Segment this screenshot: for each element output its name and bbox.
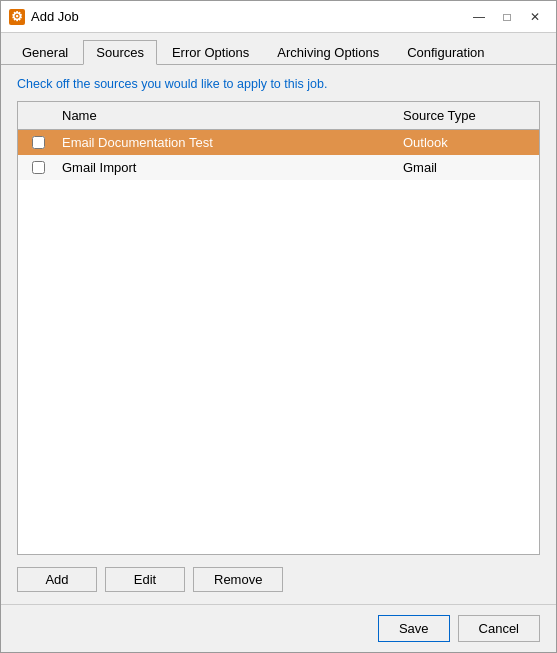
tab-general[interactable]: General: [9, 40, 81, 65]
save-button[interactable]: Save: [378, 615, 450, 642]
tab-sources[interactable]: Sources: [83, 40, 157, 65]
add-button[interactable]: Add: [17, 567, 97, 592]
cancel-button[interactable]: Cancel: [458, 615, 540, 642]
edit-button[interactable]: Edit: [105, 567, 185, 592]
button-bar: Add Edit Remove: [17, 567, 540, 592]
window-title: Add Job: [31, 9, 466, 24]
remove-button[interactable]: Remove: [193, 567, 283, 592]
row-name-2: Gmail Import: [58, 158, 399, 177]
row-source-type-1: Outlook: [399, 133, 539, 152]
header-checkbox-col: [18, 106, 58, 125]
row-source-type-2: Gmail: [399, 158, 539, 177]
tab-configuration[interactable]: Configuration: [394, 40, 497, 65]
tab-archiving-options[interactable]: Archiving Options: [264, 40, 392, 65]
minimize-button[interactable]: —: [466, 6, 492, 28]
window-icon: ⚙: [9, 9, 25, 25]
row-name-1: Email Documentation Test: [58, 133, 399, 152]
row-checkbox-1[interactable]: [32, 136, 45, 149]
tab-error-options[interactable]: Error Options: [159, 40, 262, 65]
instruction-text: Check off the sources you would like to …: [17, 77, 540, 91]
header-name-col: Name: [58, 106, 399, 125]
close-button[interactable]: ✕: [522, 6, 548, 28]
table-row[interactable]: Email Documentation Test Outlook: [18, 130, 539, 155]
row-checkbox-cell: [18, 136, 58, 149]
table-row[interactable]: Gmail Import Gmail: [18, 155, 539, 180]
sources-table: Name Source Type Email Documentation Tes…: [17, 101, 540, 555]
table-body: Email Documentation Test Outlook Gmail I…: [18, 130, 539, 554]
header-source-type-col: Source Type: [399, 106, 539, 125]
row-checkbox-cell: [18, 161, 58, 174]
add-job-window: ⚙ Add Job — □ ✕ General Sources Error Op…: [0, 0, 557, 653]
tab-content: Check off the sources you would like to …: [1, 65, 556, 604]
window-controls: — □ ✕: [466, 6, 548, 28]
footer: Save Cancel: [1, 604, 556, 652]
tab-bar: General Sources Error Options Archiving …: [1, 33, 556, 65]
maximize-button[interactable]: □: [494, 6, 520, 28]
row-checkbox-2[interactable]: [32, 161, 45, 174]
title-bar: ⚙ Add Job — □ ✕: [1, 1, 556, 33]
table-header: Name Source Type: [18, 102, 539, 130]
